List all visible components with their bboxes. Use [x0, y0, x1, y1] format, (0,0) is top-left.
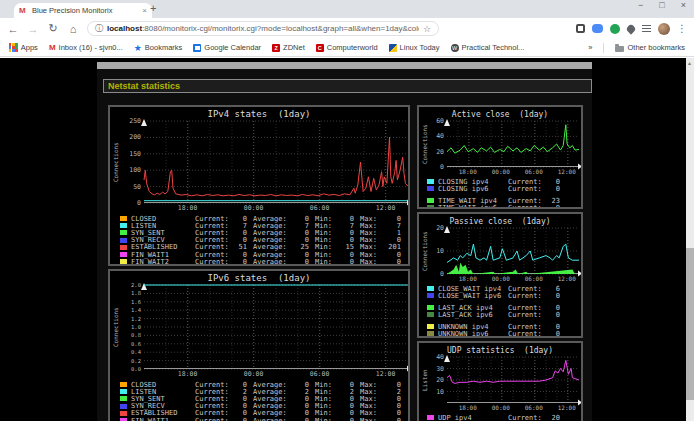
- y-tick-label: 40: [436, 133, 444, 140]
- forward-icon[interactable]: →: [27, 23, 39, 35]
- legend-label: CLOSE_WAIT ipv6: [438, 292, 508, 300]
- close-button[interactable]: ×: [681, 0, 686, 10]
- legend-stat-name: Min:: [315, 258, 336, 266]
- back-icon[interactable]: ←: [7, 23, 19, 35]
- y-tick-label: 1.2: [131, 316, 141, 323]
- legend-stat-name: Current:: [508, 311, 544, 319]
- bookmark-bookmarks[interactable]: ★ Bookmarks: [134, 43, 183, 53]
- bookmarks-overflow-chevron[interactable]: »: [588, 43, 592, 52]
- legend-label: TIME_WAIT ipv6: [438, 204, 508, 210]
- y-tick-label: 20: [436, 225, 444, 232]
- browser-chrome: M Blue Precision Monitorix × + − □ × ← →…: [0, 0, 694, 58]
- bookmark-star-icon[interactable]: ☆: [423, 24, 431, 34]
- legend-swatch: [427, 324, 434, 329]
- passive-close-graph-panel: Passive close (1day)Connections0102018:0…: [417, 212, 583, 338]
- folder-icon: [615, 46, 624, 52]
- x-tick-label: 06:00: [525, 168, 543, 175]
- browser-tab[interactable]: M Blue Precision Monitorix ×: [14, 3, 152, 18]
- computerworld-icon: C: [316, 44, 324, 52]
- page-top-bar: [97, 62, 592, 69]
- other-bookmarks[interactable]: Other bookmarks: [615, 43, 685, 52]
- y-tick-label: 250: [129, 118, 141, 125]
- right-graph-column: Active close (1day)Connections020406018:…: [417, 105, 583, 421]
- chart-plot[interactable]: [447, 228, 579, 274]
- extension-green-icon[interactable]: [610, 24, 620, 34]
- url-text[interactable]: localhost:8080/monitorix-cgi/monitorix.c…: [107, 24, 419, 33]
- bookmark-inbox[interactable]: M Inbox (16) - sjvn0...: [49, 43, 123, 52]
- address-bar[interactable]: ⓘ localhost:8080/monitorix-cgi/monitorix…: [87, 21, 439, 36]
- minimize-button[interactable]: −: [638, 0, 643, 10]
- legend-row: CLOSE_WAIT ipv6Current:0: [427, 292, 581, 299]
- page-scrollbar[interactable]: ▲: [686, 58, 694, 421]
- page-info-icon[interactable]: ⓘ: [95, 23, 103, 34]
- x-tick-label: 00:00: [492, 168, 510, 175]
- bookmark-apps[interactable]: Apps: [9, 43, 38, 52]
- scrollbar-thumb[interactable]: [686, 248, 694, 400]
- monitorix-page: Netstat statistics IPv4 states (1day)Con…: [0, 58, 686, 421]
- browser-menu-icon[interactable]: ⋮: [677, 23, 687, 34]
- y-tick-label: 100: [129, 167, 141, 174]
- netstat-content: Netstat statistics IPv4 states (1day)Con…: [97, 69, 592, 421]
- new-tab-button[interactable]: +: [150, 2, 156, 14]
- bookmark-google-calendar[interactable]: Google Calendar: [193, 43, 261, 52]
- bookmark-computerworld[interactable]: C Computerworld: [316, 43, 378, 52]
- legend-label: UNKNOWN ipv6: [438, 330, 508, 338]
- extension-blue-icon[interactable]: [592, 24, 603, 33]
- plot-row: Connections01020: [419, 228, 581, 274]
- legend-swatch: [120, 245, 127, 250]
- bookmark-label: Google Calendar: [204, 43, 261, 52]
- star-icon: ★: [134, 43, 142, 53]
- legend-swatch: [120, 389, 127, 394]
- x-tick-label: 06:00: [525, 404, 543, 411]
- y-axis-label: Connections: [419, 228, 429, 274]
- wordpress-icon: W: [451, 44, 459, 52]
- legend-stat-value: 0: [381, 258, 401, 266]
- bookmark-linux-today[interactable]: Linux Today: [389, 43, 440, 52]
- legend-stat-name: Max:: [360, 417, 381, 421]
- reload-icon[interactable]: ↻: [47, 22, 59, 35]
- profile-avatar[interactable]: [658, 23, 670, 35]
- chart-plot[interactable]: [447, 357, 579, 403]
- legend-stat-name: Current:: [195, 258, 229, 266]
- y-tick-label: 10: [436, 248, 444, 255]
- home-icon[interactable]: ⌂: [67, 23, 79, 35]
- legend-label: FIN_WAIT2: [131, 258, 195, 266]
- extension-list-icon[interactable]: [642, 25, 651, 33]
- y-tick-label: 50: [133, 184, 141, 191]
- scrollbar-up-arrow[interactable]: ▲: [687, 60, 692, 66]
- chart-plot[interactable]: [144, 285, 408, 369]
- linux-today-icon: [389, 44, 397, 52]
- legend-stat-value: 0: [544, 185, 560, 193]
- bookmark-zdnet[interactable]: Z ZDNet: [272, 43, 305, 52]
- bookmark-label: Other bookmarks: [627, 43, 685, 52]
- section-title: Netstat statistics: [108, 81, 180, 91]
- x-tick-label: 12:00: [376, 370, 396, 378]
- chart-legend: CLOSEDCurrent:0Average:0Min:0Max:0LISTEN…: [110, 381, 408, 421]
- tab-title: Blue Precision Monitorix: [32, 6, 138, 15]
- tab-close-icon[interactable]: ×: [142, 6, 147, 15]
- y-axis-label: Connections: [110, 285, 120, 369]
- chart-plot[interactable]: [144, 121, 408, 203]
- y-axis-label: Connections: [419, 121, 429, 167]
- extension-square-icon[interactable]: [576, 24, 585, 33]
- legend-swatch: [427, 415, 434, 420]
- legend-swatch: [427, 205, 434, 209]
- chart-legend: CLOSEDCurrent:0Average:0Min:0Max:0LISTEN…: [110, 215, 408, 265]
- chart-title: IPv6 states (1day): [110, 273, 408, 284]
- legend-stat-value: 0: [544, 330, 560, 338]
- legend-swatch: [427, 179, 434, 184]
- legend-stat-value: 0: [291, 258, 309, 266]
- legend-row: TIME_WAIT ipv6Current:0: [427, 204, 581, 209]
- legend-swatch: [427, 331, 434, 336]
- y-tick-label: 200: [129, 134, 141, 141]
- y-axis-ticks: 01020: [429, 228, 447, 274]
- x-tick-label: 12:00: [376, 204, 396, 212]
- x-axis-ticks: 18:0000:0006:0012:00: [110, 369, 408, 378]
- chart-plot[interactable]: [447, 121, 579, 167]
- extension-pin-icon[interactable]: [625, 23, 636, 34]
- browser-toolbar: ← → ↻ ⌂ ⓘ localhost:8080/monitorix-cgi/m…: [0, 18, 694, 39]
- maximize-button[interactable]: □: [659, 0, 664, 10]
- y-tick-label: 20: [436, 377, 444, 384]
- bookmark-practical-technology[interactable]: W Practical Technol...: [451, 43, 525, 52]
- legend-label: FIN_WAIT1: [131, 417, 195, 421]
